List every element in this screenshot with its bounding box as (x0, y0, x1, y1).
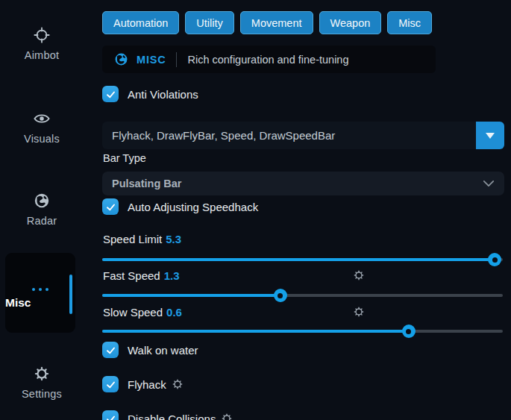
checkbox-label: Disable Collisions (128, 413, 216, 420)
checkbox-checked-icon (102, 410, 119, 420)
sidebar-item-label: Misc (5, 296, 75, 310)
bar-flags-select[interactable]: Flyhack, DrawFlyBar, Speed, DrawSpeedBar (102, 122, 504, 149)
checkbox-walk-on-water[interactable]: Walk on water (102, 342, 198, 358)
section-category: MISC (137, 54, 166, 66)
active-indicator (69, 275, 72, 314)
checkbox-auto-adjusting-speedhack[interactable]: Auto Adjusting Speedhack (102, 198, 258, 215)
section-subtitle: Rich configuration and fine-tuning (187, 54, 348, 66)
checkbox-flyhack[interactable]: Flyhack (102, 376, 184, 392)
checkbox-label: Walk on water (128, 344, 198, 357)
crosshair-icon (34, 27, 50, 43)
sidebar-item-aimbot[interactable]: Aimbot (0, 27, 84, 61)
slider-speed-limit[interactable] (102, 252, 503, 267)
gear-icon[interactable] (172, 378, 184, 390)
main-panel: Automation Utility Movement Weapon Misc … (102, 0, 504, 420)
slider-thumb[interactable] (488, 253, 501, 266)
sidebar-item-label: Radar (0, 215, 84, 227)
sidebar-item-label: Settings (0, 388, 84, 400)
checkbox-label: Anti Violations (128, 88, 198, 101)
checkbox-checked-icon (102, 86, 119, 102)
sidebar-item-misc[interactable]: Misc (5, 253, 75, 333)
bar-flags-value: Flyhack, DrawFlyBar, Speed, DrawSpeedBar (102, 122, 476, 149)
bar-type-value: Pulsating Bar (112, 178, 181, 189)
slider-fill (102, 258, 495, 261)
eye-icon (33, 110, 51, 127)
gear-icon[interactable] (353, 306, 365, 318)
slider-slow-speed[interactable] (102, 324, 503, 339)
section-header: MISC Rich configuration and fine-tuning (102, 46, 436, 73)
divider (176, 52, 177, 67)
bar-type-label: Bar Type (103, 152, 146, 164)
checkbox-disable-collisions[interactable]: Disable Collisions (102, 410, 233, 420)
tab-movement[interactable]: Movement (240, 11, 313, 34)
chevron-down-icon (483, 179, 495, 188)
gear-icon[interactable] (353, 269, 365, 281)
sidebar: Aimbot Visuals Radar Misc (0, 0, 84, 420)
slider-label-slow-speed: Slow Speed0.6 (103, 306, 182, 319)
slider-value: 1.3 (164, 269, 180, 282)
globe-icon (34, 192, 50, 209)
slider-label-fast-speed: Fast Speed1.3 (103, 269, 180, 282)
sidebar-item-label: Visuals (0, 133, 84, 145)
sidebar-item-visuals[interactable]: Visuals (0, 110, 84, 145)
dots-icon (5, 280, 75, 294)
slider-fill (102, 294, 280, 297)
checkbox-anti-violations[interactable]: Anti Violations (102, 86, 198, 102)
sidebar-item-radar[interactable]: Radar (0, 192, 84, 227)
slider-thumb[interactable] (402, 325, 416, 338)
slider-fill (102, 330, 409, 333)
slider-value: 5.3 (166, 233, 181, 245)
checkbox-checked-icon (102, 342, 119, 358)
slider-fast-speed[interactable] (102, 288, 503, 303)
slider-value: 0.6 (166, 306, 182, 319)
tab-weapon[interactable]: Weapon (319, 11, 382, 34)
gear-icon[interactable] (221, 413, 233, 420)
checkbox-label: Flyhack (128, 378, 166, 391)
tab-utility[interactable]: Utility (185, 11, 233, 34)
slider-label-speed-limit: Speed Limit5.3 (103, 233, 181, 245)
tab-bar: Automation Utility Movement Weapon Misc (102, 11, 432, 34)
bar-type-select[interactable]: Pulsating Bar (102, 172, 504, 195)
sidebar-item-label: Aimbot (0, 49, 84, 61)
dropdown-button[interactable] (476, 122, 504, 149)
tab-automation[interactable]: Automation (102, 11, 179, 34)
gear-icon (34, 366, 50, 382)
checkbox-label: Auto Adjusting Speedhack (128, 201, 258, 213)
sidebar-item-settings[interactable]: Settings (0, 366, 84, 400)
slider-thumb[interactable] (274, 289, 287, 302)
globe-icon (114, 52, 128, 66)
checkbox-checked-icon (102, 376, 119, 392)
tab-misc[interactable]: Misc (387, 11, 432, 34)
checkbox-checked-icon (102, 198, 119, 215)
triangle-down-icon (486, 133, 495, 139)
